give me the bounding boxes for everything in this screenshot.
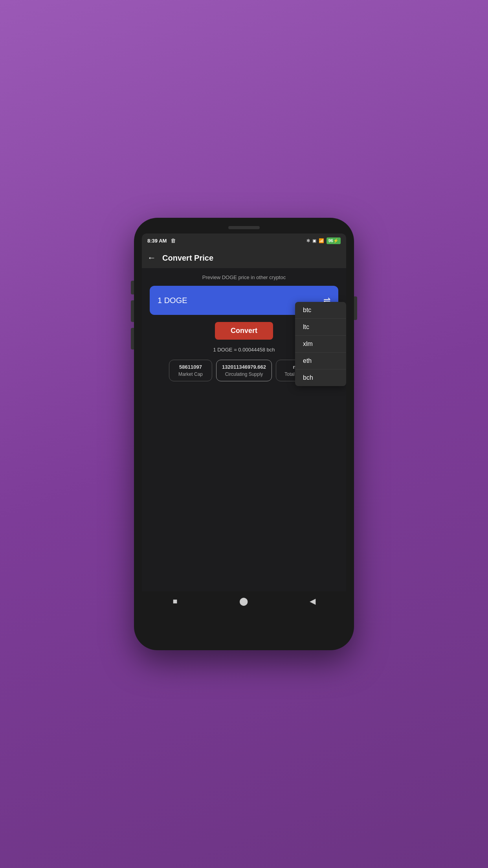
nav-bar: ■ ⬤ ◀ xyxy=(142,591,346,611)
status-time-container: 8:39 AM 🗑 xyxy=(147,238,176,244)
phone-top-bar xyxy=(134,218,354,234)
app-header: ← Convert Price xyxy=(142,248,346,268)
recents-button[interactable]: ■ xyxy=(172,597,177,606)
page-title: Convert Price xyxy=(162,254,213,263)
battery-level: 96 xyxy=(328,238,333,243)
phone-shell: 8:39 AM 🗑 ✻ ▣ 📶 96 ⚡ ← Convert Price Pre… xyxy=(134,218,354,650)
back-nav-button[interactable]: ◀ xyxy=(310,596,316,606)
volume-down-button[interactable] xyxy=(131,328,134,349)
dropdown-item-bch[interactable]: bch xyxy=(295,370,346,386)
mute-button[interactable] xyxy=(131,281,134,294)
market-cap-box: 58611097 Market Cap xyxy=(169,360,212,381)
screen: 8:39 AM 🗑 ✻ ▣ 📶 96 ⚡ ← Convert Price Pre… xyxy=(142,234,346,611)
volume-up-button[interactable] xyxy=(131,300,134,322)
notification-icon: 🗑 xyxy=(171,238,176,244)
bluetooth-icon: ✻ xyxy=(306,238,310,243)
bolt-icon: ⚡ xyxy=(333,238,339,243)
dropdown-item-ltc[interactable]: ltc xyxy=(295,319,346,336)
market-cap-label: Market Cap xyxy=(175,371,206,377)
home-button[interactable]: ⬤ xyxy=(239,596,248,606)
preview-subtitle: Preview DOGE price in other cryptoc xyxy=(150,274,338,280)
status-icons: ✻ ▣ 📶 96 ⚡ xyxy=(306,237,341,244)
circulating-supply-box: 132011346979.662 Circulating Supply xyxy=(216,360,272,381)
battery-icon: 96 ⚡ xyxy=(327,237,341,244)
dropdown-item-btc[interactable]: btc xyxy=(295,302,346,319)
currency-dropdown[interactable]: btc ltc xlm eth bch xyxy=(295,302,346,386)
input-amount[interactable]: 1 DOGE xyxy=(158,296,187,305)
convert-button[interactable]: Convert xyxy=(215,322,273,340)
sim-icon: ▣ xyxy=(312,238,316,243)
power-button[interactable] xyxy=(354,296,357,320)
back-button[interactable]: ← xyxy=(147,253,156,263)
status-bar: 8:39 AM 🗑 ✻ ▣ 📶 96 ⚡ xyxy=(142,234,346,248)
status-time: 8:39 AM xyxy=(147,238,167,244)
dropdown-item-eth[interactable]: eth xyxy=(295,353,346,370)
app-content: Preview DOGE price in other cryptoc 1 DO… xyxy=(142,268,346,591)
market-cap-value: 58611097 xyxy=(175,364,206,370)
speaker xyxy=(228,226,260,229)
circulating-supply-label: Circulating Supply xyxy=(222,371,266,377)
wifi-icon: 📶 xyxy=(319,238,324,243)
dropdown-item-xlm[interactable]: xlm xyxy=(295,336,346,353)
circulating-supply-value: 132011346979.662 xyxy=(222,364,266,370)
